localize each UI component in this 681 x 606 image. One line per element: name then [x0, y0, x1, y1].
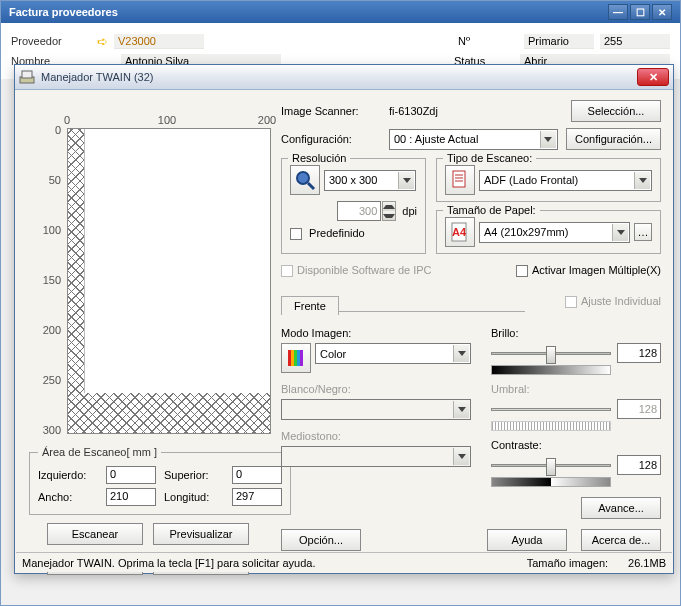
individual-checkbox	[565, 296, 577, 308]
status-help-text: Manejador TWAIN. Oprima la tecla [F1] pa…	[22, 557, 315, 569]
ipc-checkbox	[281, 265, 293, 277]
ruler-horizontal: 0 100 200	[67, 114, 277, 126]
advance-button[interactable]: Avance...	[581, 497, 661, 519]
svg-rect-11	[291, 350, 294, 366]
imagemode-label: Modo Imagen:	[281, 327, 471, 339]
resolution-legend: Resolución	[288, 152, 350, 164]
preview-area: 0 100 200 0 50 100 150 200 250 300	[27, 100, 277, 440]
dpi-input[interactable]: 300	[337, 201, 381, 221]
svg-rect-1	[22, 71, 32, 78]
arrow-icon: ➪	[97, 34, 108, 49]
status-size-value: 26.1MB	[628, 557, 666, 569]
tab-front[interactable]: Frente	[281, 296, 339, 315]
numero-kind[interactable]: Primario	[524, 34, 594, 49]
chevron-down-icon[interactable]	[540, 131, 556, 148]
dpi-spinner[interactable]	[382, 201, 396, 221]
left-label: Izquierdo:	[38, 469, 98, 481]
option-button[interactable]: Opción...	[281, 529, 361, 551]
preview-canvas[interactable]	[67, 128, 271, 434]
contrast-value[interactable]: 128	[617, 455, 661, 475]
scantype-combo[interactable]: ADF (Lado Frontal)	[479, 170, 652, 191]
width-input[interactable]: 210	[106, 488, 156, 506]
proveedor-label: Proveedor	[11, 35, 91, 47]
scanner-icon	[19, 69, 35, 85]
imagemode-combo[interactable]: Color	[315, 343, 471, 364]
configuration-button[interactable]: Configuración...	[566, 128, 661, 150]
threshold-gradient	[491, 421, 611, 431]
bw-label: Blanco/Negro:	[281, 383, 471, 395]
proveedor-value[interactable]: V23000	[114, 34, 204, 49]
svg-rect-12	[294, 350, 297, 366]
config-combo[interactable]: 00 : Ajuste Actual	[389, 129, 558, 150]
multi-label: Activar Imagen Múltiple(X)	[532, 264, 661, 276]
about-button[interactable]: Acerca de...	[581, 529, 661, 551]
paper-more-button[interactable]: …	[634, 223, 652, 241]
ruler-vertical: 0 50 100 150 200 250 300	[51, 130, 65, 440]
svg-text:A4: A4	[452, 226, 467, 238]
status-bar: Manejador TWAIN. Oprima la tecla [F1] pa…	[16, 552, 672, 572]
window-title: Factura proveedores	[9, 6, 608, 18]
brightness-label: Brillo:	[491, 327, 661, 339]
twain-titlebar: Manejador TWAIN (32) ✕	[15, 65, 673, 90]
chevron-down-icon[interactable]	[634, 172, 650, 189]
chevron-down-icon[interactable]	[453, 345, 469, 362]
contrast-gradient	[491, 477, 611, 487]
chevron-down-icon	[453, 401, 469, 418]
status-size-label: Tamaño imagen:	[527, 557, 608, 569]
left-input[interactable]: 0	[106, 466, 156, 484]
ipc-label: Disponible Software de IPC	[297, 264, 432, 276]
adf-icon	[445, 165, 475, 195]
minimize-button[interactable]: —	[608, 4, 628, 20]
scan-area-legend: Área de Escaneo[ mm ]	[38, 446, 161, 458]
threshold-label: Umbral:	[491, 383, 661, 395]
window-titlebar: Factura proveedores — ☐ ✕	[1, 1, 680, 23]
help-button[interactable]: Ayuda	[487, 529, 567, 551]
svg-rect-14	[300, 350, 303, 366]
scanner-label: Image Scanner:	[281, 105, 381, 117]
dpi-label: dpi	[402, 205, 417, 217]
length-label: Longitud:	[164, 491, 224, 503]
brightness-gradient	[491, 365, 611, 375]
scan-area-group: Área de Escaneo[ mm ] Izquierdo: 0 Super…	[29, 446, 291, 515]
svg-rect-13	[297, 350, 300, 366]
numero-label: Nº	[458, 35, 518, 47]
svg-line-3	[308, 183, 314, 189]
scan-button[interactable]: Escanear	[47, 523, 143, 545]
halftone-combo	[281, 446, 471, 467]
magnifier-icon	[290, 165, 320, 195]
chevron-down-icon[interactable]	[612, 224, 628, 241]
paper-combo[interactable]: A4 (210x297mm)	[479, 222, 630, 243]
color-icon	[281, 343, 311, 373]
bw-combo	[281, 399, 471, 420]
numero-value[interactable]: 255	[600, 34, 670, 49]
chevron-down-icon[interactable]	[398, 172, 414, 189]
scantype-legend: Tipo de Escaneo:	[443, 152, 536, 164]
scanner-value: fi-6130Zdj	[389, 105, 563, 117]
selection-button[interactable]: Selección...	[571, 100, 661, 122]
resolution-combo[interactable]: 300 x 300	[324, 170, 416, 191]
predefined-label: Predefinido	[309, 227, 365, 239]
predefined-checkbox[interactable]	[290, 228, 302, 240]
multi-checkbox[interactable]	[516, 265, 528, 277]
top-label: Superior:	[164, 469, 224, 481]
contrast-slider[interactable]	[491, 455, 611, 475]
twain-dialog: Manejador TWAIN (32) ✕ 0 100 200 0 50 10…	[14, 64, 674, 574]
twain-title: Manejador TWAIN (32)	[41, 71, 637, 83]
brightness-slider[interactable]	[491, 343, 611, 363]
threshold-slider	[491, 399, 611, 419]
close-button[interactable]: ✕	[652, 4, 672, 20]
config-label: Configuración:	[281, 133, 381, 145]
individual-label: Ajuste Individual	[581, 295, 661, 307]
brightness-value[interactable]: 128	[617, 343, 661, 363]
maximize-button[interactable]: ☐	[630, 4, 650, 20]
chevron-down-icon	[453, 448, 469, 465]
preview-button[interactable]: Previsualizar	[153, 523, 249, 545]
a4-icon: A4	[445, 217, 475, 247]
twain-close-button[interactable]: ✕	[637, 68, 669, 86]
svg-rect-4	[453, 171, 465, 187]
width-label: Ancho:	[38, 491, 98, 503]
svg-rect-10	[288, 350, 291, 366]
paper-legend: Tamaño de Papel:	[443, 204, 540, 216]
halftone-label: Mediostono:	[281, 430, 471, 442]
contrast-label: Contraste:	[491, 439, 661, 451]
